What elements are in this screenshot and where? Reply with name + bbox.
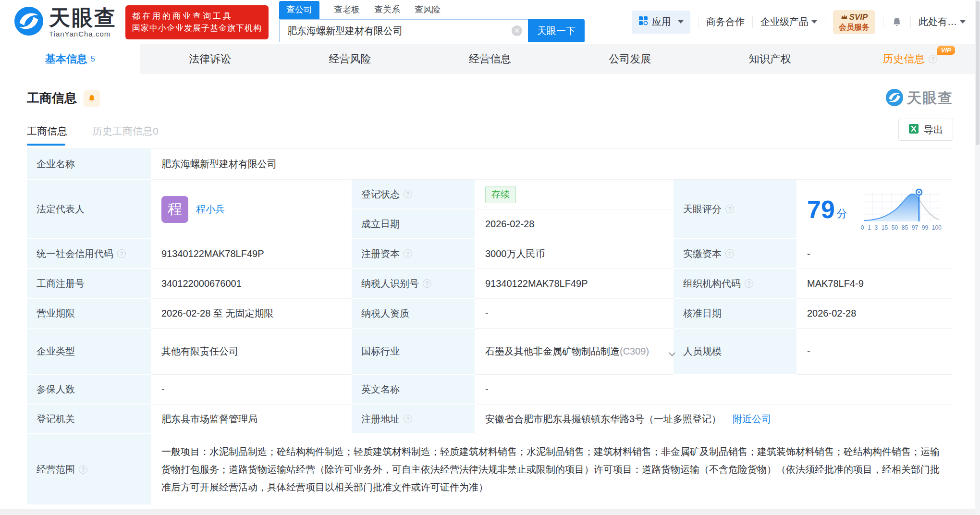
tianyancha-logo[interactable]: 天眼查 TianYanCha.com [14, 7, 117, 37]
vip-badge: VIP [937, 46, 955, 55]
field-business-term-label: 营业期限 [27, 299, 151, 329]
svip-member-badge[interactable]: SVIP 会员服务 [833, 10, 875, 34]
divider [698, 16, 698, 28]
section-title: 工商信息 [27, 90, 77, 107]
chevron-down-icon[interactable] [669, 346, 675, 361]
crown-icon [841, 12, 848, 22]
legal-rep-avatar[interactable]: 程 [161, 196, 188, 223]
help-icon[interactable]: ? [423, 279, 431, 288]
field-company-name-label: 企业名称 [27, 149, 151, 180]
field-score-value: 79 分 [796, 180, 953, 239]
subtab-business-info[interactable]: 工商信息 [27, 124, 67, 146]
field-taxpayer-id-label: 纳税人识别号 ? [352, 269, 475, 299]
tab-history-info[interactable]: VIP 历史信息 ? [840, 44, 980, 74]
label-text: 注册资本 [361, 247, 400, 260]
tab-basic-info[interactable]: 基本信息 5 [0, 44, 140, 74]
company-tab-bar: 基本信息 5 法律诉讼 经营风险 经营信息 公司发展 知识产权 VIP 历史信息… [0, 44, 980, 74]
monitor-bell-icon[interactable] [84, 90, 100, 107]
tab-business-info[interactable]: 经营信息 [420, 44, 560, 74]
tab-label: 经营信息 [469, 52, 511, 66]
nav-business-cooperation[interactable]: 商务合作 [706, 15, 745, 28]
field-taxpayer-id-value: 91340122MAK78LF49P [475, 269, 674, 299]
tab-company-development[interactable]: 公司发展 [560, 44, 700, 74]
field-industry-label: 国标行业 [352, 329, 475, 375]
field-reg-capital-value: 3000万人民币 [475, 239, 674, 269]
svip-sublabel: 会员服务 [839, 23, 870, 32]
user-menu[interactable]: 此处有… [919, 15, 966, 28]
field-credit-code-value: 91340122MAK78LF49P [151, 239, 352, 269]
apps-grid-icon [638, 16, 648, 28]
field-approval-date-label: 核准日期 [674, 299, 796, 329]
scrollbar-thumb[interactable] [976, 1, 980, 145]
tab-label: 基本信息 [45, 52, 87, 66]
clear-search-icon[interactable]: ✕ [512, 25, 522, 36]
watermark-text: 天眼查 [907, 88, 953, 108]
label-text: 实缴资本 [683, 247, 722, 260]
help-icon[interactable]: ? [725, 249, 734, 258]
tab-label: 公司发展 [609, 52, 651, 66]
help-icon[interactable]: ? [725, 205, 734, 213]
nav-enterprise-products[interactable]: 企业级产品 [760, 15, 817, 28]
subtab-history-business-info[interactable]: 历史工商信息0 [92, 124, 159, 146]
apps-menu[interactable]: 应用 [632, 11, 690, 34]
nearby-companies-link[interactable]: 附近公司 [733, 413, 771, 426]
field-approval-date-value: 2026-02-28 [796, 299, 953, 329]
logo-subtext: TianYanCha.com [49, 30, 117, 37]
help-icon[interactable]: ? [745, 279, 753, 288]
svip-label: SVIP [849, 12, 868, 22]
tianyancha-logo-icon [14, 7, 43, 37]
scrollbar[interactable] [975, 0, 980, 515]
apps-label: 应用 [652, 15, 671, 28]
field-insured-count-value: - [151, 375, 352, 405]
tab-label: 历史信息 [882, 52, 925, 66]
section-divider [0, 509, 980, 515]
field-company-type-label: 企业类型 [27, 329, 151, 375]
header-right-nav: 应用 商务合作 企业级产品 SVIP 会员服务 [632, 10, 966, 34]
user-menu-label: 此处有… [919, 15, 957, 28]
help-icon[interactable]: ? [79, 465, 87, 474]
field-legal-rep-label: 法定代表人 [27, 180, 151, 239]
tab-count-badge: 5 [91, 55, 95, 63]
field-establish-date-label: 成立日期 [352, 209, 475, 239]
search-tabs: 查公司 查老板 查关系 查风险 [279, 2, 585, 19]
status-badge: 存续 [485, 186, 516, 203]
label-text: 注册地址 [361, 413, 400, 426]
field-staff-size-label: 人员规模 [674, 329, 796, 375]
search-input[interactable] [279, 19, 528, 42]
help-icon[interactable]: ? [929, 55, 937, 63]
tab-label: 知识产权 [749, 52, 791, 66]
field-org-code-label: 组织机构代码 ? [674, 269, 796, 299]
help-icon[interactable]: ? [404, 249, 412, 258]
help-icon[interactable]: ? [117, 249, 126, 258]
field-taxpayer-quality-value: - [475, 299, 674, 329]
tab-legal-proceedings[interactable]: 法律诉讼 [140, 44, 280, 74]
tab-label: 经营风险 [329, 52, 371, 66]
search-tab-relation[interactable]: 查关系 [374, 4, 400, 19]
field-company-type-value: 其他有限责任公司 [151, 329, 352, 375]
business-info-section: 工商信息 天眼查 工商信息 历史工商信息0 [0, 74, 980, 146]
tab-intellectual-property[interactable]: 知识产权 [700, 44, 840, 74]
tianyancha-watermark-icon [886, 89, 903, 108]
field-taxpayer-quality-label: 纳税人资质 [352, 299, 475, 329]
field-reg-address-label: 注册地址 ? [352, 405, 475, 434]
legal-rep-name-link[interactable]: 程小兵 [196, 203, 225, 216]
divider [825, 16, 825, 28]
divider [752, 16, 753, 28]
help-icon[interactable]: ? [404, 190, 412, 198]
field-reg-authority-value: 肥东县市场监督管理局 [151, 405, 352, 434]
export-button[interactable]: 导出 [898, 119, 953, 141]
field-business-scope-label: 经营范围 ? [27, 434, 151, 505]
search-tab-risk[interactable]: 查风险 [415, 4, 441, 19]
enterprise-label: 企业级产品 [760, 15, 808, 28]
logo-text: 天眼查 [49, 7, 117, 28]
help-icon[interactable]: ? [404, 415, 412, 423]
search-button[interactable]: 天眼一下 [528, 19, 585, 42]
promo-line-2: 国家中小企业发展子基金旗下机构 [132, 22, 262, 35]
score-distribution-chart: 01 315 5085 9799 100 [861, 188, 942, 231]
notification-bell-icon[interactable] [891, 16, 903, 28]
search-tab-company[interactable]: 查公司 [279, 1, 319, 19]
field-english-name-value: - [475, 375, 953, 405]
field-legal-rep-value: 程 程小兵 [151, 180, 352, 239]
tab-operating-risk[interactable]: 经营风险 [280, 44, 420, 74]
search-tab-boss[interactable]: 查老板 [334, 4, 360, 19]
